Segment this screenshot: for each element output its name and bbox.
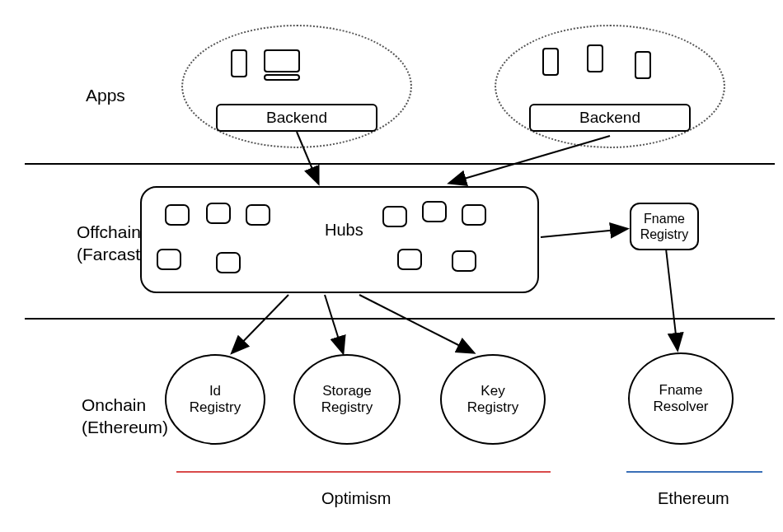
fname-resolver-line1: Fname xyxy=(659,382,703,398)
offchain-text-1: Offchain xyxy=(77,222,141,241)
fname-registry-line1: Fname xyxy=(644,212,685,226)
app-cluster-right: Backend xyxy=(495,25,725,148)
hubs-label: Hubs xyxy=(325,221,363,240)
hub-node xyxy=(422,201,447,222)
app-cluster-left: Backend xyxy=(181,25,412,148)
backend-box-left: Backend xyxy=(216,104,377,132)
ethereum-label: Ethereum xyxy=(658,489,729,508)
hub-node xyxy=(397,249,422,270)
hub-node xyxy=(165,204,190,226)
onchain-text-2: (Ethereum) xyxy=(82,418,168,436)
key-registry-line1: Key xyxy=(481,383,504,399)
divider-apps-offchain xyxy=(25,163,775,165)
key-registry-ellipse: Key Registry xyxy=(440,354,546,445)
fname-resolver-line2: Resolver xyxy=(653,399,708,414)
phone-icon xyxy=(635,51,651,79)
phone-icon xyxy=(542,48,559,76)
phone-icon xyxy=(587,44,603,72)
storage-registry-line1: Storage xyxy=(322,383,372,399)
layer-label-onchain: Onchain (Ethereum) xyxy=(82,394,168,439)
onchain-text-1: Onchain xyxy=(82,395,146,414)
keyboard-icon xyxy=(264,74,300,81)
fname-resolver-ellipse: Fname Resolver xyxy=(628,352,734,445)
backend-box-right: Backend xyxy=(529,104,691,132)
hub-node xyxy=(246,204,270,226)
storage-registry-line2: Registry xyxy=(321,399,373,415)
monitor-icon xyxy=(264,49,300,72)
hubs-container: Hubs xyxy=(140,186,539,293)
svg-line-5 xyxy=(325,295,343,352)
id-registry-line1: Id xyxy=(209,383,221,399)
fname-registry-line2: Registry xyxy=(640,227,689,241)
hub-node xyxy=(216,252,241,273)
optimism-line xyxy=(176,471,551,473)
layer-label-apps: Apps xyxy=(86,84,125,106)
id-registry-ellipse: Id Registry xyxy=(165,354,265,445)
ethereum-line xyxy=(626,471,762,473)
svg-line-7 xyxy=(666,249,678,349)
storage-registry-ellipse: Storage Registry xyxy=(293,354,401,445)
svg-line-4 xyxy=(232,295,288,352)
hub-node xyxy=(452,250,476,272)
hub-node xyxy=(382,206,407,227)
svg-line-6 xyxy=(359,295,473,352)
optimism-label: Optimism xyxy=(321,489,391,508)
hub-node xyxy=(206,203,231,224)
id-registry-line2: Registry xyxy=(190,399,241,415)
phone-icon xyxy=(231,49,247,77)
hub-node xyxy=(462,204,486,226)
key-registry-line2: Registry xyxy=(467,399,518,415)
hub-node xyxy=(157,249,181,270)
fname-registry-box: Fname Registry xyxy=(630,203,699,250)
svg-line-3 xyxy=(541,229,626,237)
divider-offchain-onchain xyxy=(25,318,775,320)
